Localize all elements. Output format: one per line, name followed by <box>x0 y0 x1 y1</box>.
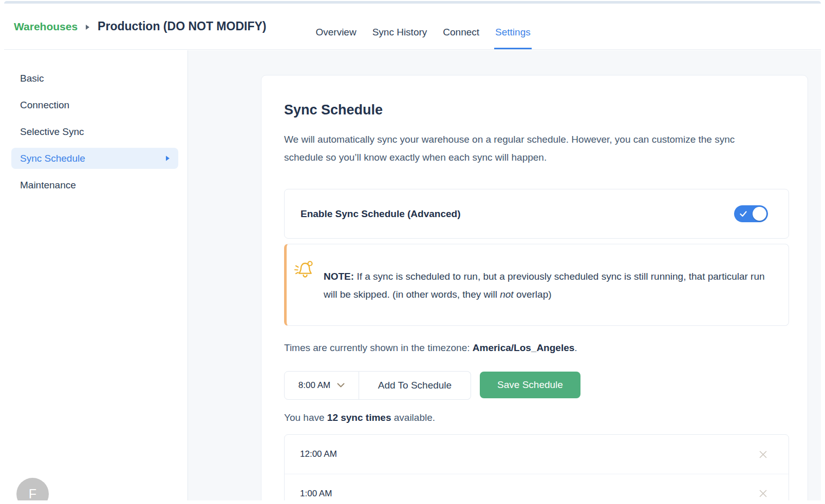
tab-connect[interactable]: Connect <box>443 27 479 38</box>
sync-time-row: 12:00 AM <box>285 435 789 474</box>
app-window: Warehouses Production (DO NOT MODIFY) Ov… <box>4 4 821 500</box>
sidebar-item-label: Selective Sync <box>20 126 84 138</box>
availability-count: 12 sync times <box>327 412 391 423</box>
sync-times-list: 12:00 AM1:00 AM <box>284 434 789 500</box>
tab-overview[interactable]: Overview <box>315 27 356 38</box>
sidebar-nav: BasicConnectionSelective SyncSync Schedu… <box>4 68 188 196</box>
availability-suffix: available. <box>391 412 435 423</box>
enable-sync-schedule-row: Enable Sync Schedule (Advanced) <box>284 189 789 239</box>
note-callout: NOTE: If a sync is scheduled to run, but… <box>284 244 789 326</box>
save-schedule-button[interactable]: Save Schedule <box>480 372 580 398</box>
note-label: NOTE: <box>324 271 354 282</box>
sidebar-item-connection[interactable]: Connection <box>11 94 178 115</box>
sync-time-label: 1:00 AM <box>300 489 332 499</box>
sidebar-item-selective-sync[interactable]: Selective Sync <box>11 121 178 142</box>
page-header: Warehouses Production (DO NOT MODIFY) Ov… <box>4 4 821 50</box>
time-select[interactable]: 8:00 AM <box>284 371 359 400</box>
availability-line: You have 12 sync times available. <box>284 412 789 423</box>
sidebar-item-maintenance[interactable]: Maintenance <box>11 175 178 196</box>
sync-time-row: 1:00 AM <box>285 474 789 500</box>
section-description: We will automatically sync your warehous… <box>284 130 770 166</box>
timezone-prefix: Times are currently shown in the timezon… <box>284 342 473 353</box>
tab-sync-history[interactable]: Sync History <box>372 27 427 38</box>
sidebar-item-label: Sync Schedule <box>20 153 85 164</box>
settings-sidebar: BasicConnectionSelective SyncSync Schedu… <box>4 50 188 500</box>
timezone-line: Times are currently shown in the timezon… <box>284 342 789 354</box>
breadcrumb-separator-icon <box>85 24 90 30</box>
toggle-label: Enable Sync Schedule (Advanced) <box>301 208 460 220</box>
close-icon <box>758 453 768 461</box>
breadcrumb-warehouses-link[interactable]: Warehouses <box>14 21 78 33</box>
enable-sync-schedule-toggle[interactable] <box>734 205 768 222</box>
sidebar-item-label: Connection <box>20 100 69 111</box>
time-select-value: 8:00 AM <box>298 380 330 391</box>
add-to-schedule-button[interactable]: Add To Schedule <box>359 371 471 400</box>
note-body-2: overlap) <box>514 289 552 300</box>
sidebar-item-sync-schedule[interactable]: Sync Schedule <box>11 148 178 169</box>
breadcrumb: Warehouses Production (DO NOT MODIFY) <box>14 20 266 33</box>
chevron-down-icon <box>337 383 345 388</box>
remove-sync-time-button[interactable] <box>756 448 770 461</box>
note-italic-word: not <box>500 289 513 300</box>
note-text: NOTE: If a sync is scheduled to run, but… <box>324 267 768 303</box>
sync-schedule-card: Sync Schedule We will automatically sync… <box>261 75 808 500</box>
header-tabs: OverviewSync HistoryConnectSettings <box>315 27 530 38</box>
section-title: Sync Schedule <box>284 102 789 118</box>
tab-settings[interactable]: Settings <box>495 27 531 38</box>
sidebar-item-basic[interactable]: Basic <box>11 68 178 89</box>
page-title: Production (DO NOT MODIFY) <box>98 20 266 33</box>
bell-icon <box>291 259 316 283</box>
chevron-right-icon <box>165 155 170 162</box>
schedule-controls: 8:00 AM Add To Schedule Save Schedule <box>284 371 789 400</box>
availability-prefix: You have <box>284 412 327 423</box>
remove-sync-time-button[interactable] <box>756 487 770 500</box>
toggle-knob <box>753 207 766 221</box>
sidebar-item-label: Basic <box>20 73 44 84</box>
timezone-value: America/Los_Angeles <box>473 342 575 353</box>
close-icon <box>758 492 768 500</box>
timezone-suffix: . <box>574 342 577 353</box>
checkmark-icon <box>740 210 747 219</box>
sidebar-item-label: Maintenance <box>20 180 76 191</box>
sync-time-label: 12:00 AM <box>300 449 337 459</box>
content-area: Sync Schedule We will automatically sync… <box>188 50 821 500</box>
